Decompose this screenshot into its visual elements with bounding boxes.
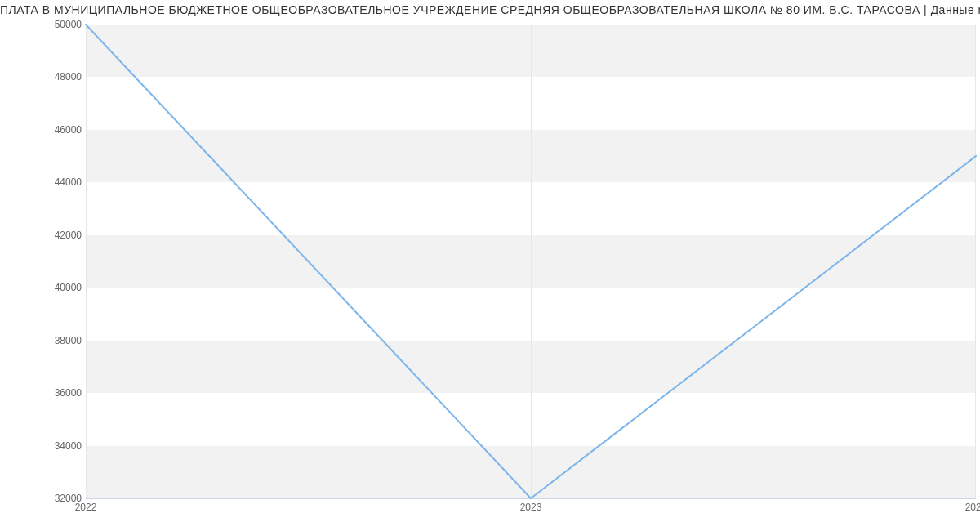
y-tick-label: 50000 [8,19,82,30]
y-tick-label: 36000 [8,387,82,399]
y-tick-label: 38000 [8,335,82,346]
series-path [86,25,976,498]
y-tick-label: 34000 [8,440,82,452]
line-chart: ПЛАТА В МУНИЦИПАЛЬНОЕ БЮДЖЕТНОЕ ОБЩЕОБРА… [0,0,980,531]
x-tick-label: 2024 [965,502,980,513]
series-line [86,25,976,498]
y-tick-label: 40000 [8,282,82,293]
x-tick-label: 2023 [520,502,542,513]
chart-title: ПЛАТА В МУНИЦИПАЛЬНОЕ БЮДЖЕТНОЕ ОБЩЕОБРА… [0,3,980,16]
y-tick-label: 48000 [8,71,82,83]
plot-area [86,25,976,498]
y-tick-label: 32000 [8,493,82,504]
y-tick-label: 46000 [8,124,82,136]
x-tick-label: 2022 [75,502,97,513]
y-tick-label: 44000 [8,176,82,188]
y-tick-label: 42000 [8,230,82,241]
